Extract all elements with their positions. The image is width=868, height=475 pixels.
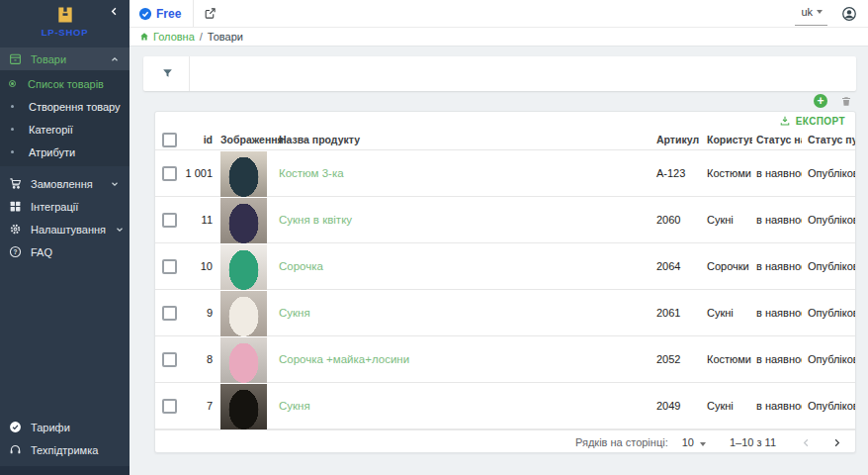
delete-button[interactable] (840, 95, 852, 108)
bullet-icon (11, 105, 14, 108)
rows-per-page-label: Рядків на сторінці: (575, 436, 668, 448)
add-product-button[interactable]: + (814, 94, 827, 108)
sidebar-item-tariffs[interactable]: Тарифи (0, 416, 130, 438)
product-thumbnail (220, 384, 267, 429)
open-in-new-button[interactable] (204, 7, 217, 20)
plan-badge[interactable]: Free (138, 7, 181, 21)
sidebar-item-settings[interactable]: Налаштування (0, 218, 130, 240)
product-name-link[interactable]: Сукня в квітку (279, 214, 352, 226)
cell-sku: 2061 (649, 307, 701, 319)
verified-check-icon (138, 7, 152, 21)
cell-stock-status: в наявності (752, 400, 802, 412)
filter-funnel-icon (161, 67, 174, 80)
filter-button[interactable] (161, 67, 174, 80)
sidebar-item-products[interactable]: Товари (0, 48, 130, 70)
chevron-down-icon (110, 179, 120, 189)
cell-category: Костюми (701, 167, 752, 179)
sidebar-item-faq[interactable]: ? FAQ (0, 240, 130, 263)
cell-sku: 2052 (649, 353, 701, 365)
cell-stock-status: в наявності (752, 260, 802, 272)
product-name-link[interactable]: Сукня (279, 307, 310, 319)
column-header-name: Назва продукту (273, 134, 649, 145)
products-submenu: Список товарів Створення товару Категорі… (0, 70, 130, 166)
trash-icon (840, 95, 852, 108)
sidebar-subitem-label: Атрибути (29, 146, 75, 158)
sidebar-collapse-button[interactable] (109, 6, 120, 17)
cell-stock-status: в наявності (752, 214, 802, 226)
cell-id: 1 001 (179, 167, 213, 179)
table-row: 11 Сукня в квітку 2060 Сукні в наявності… (155, 197, 855, 243)
cell-id: 10 (179, 260, 213, 272)
row-checkbox[interactable] (162, 399, 177, 414)
cell-category: Сорочки (701, 260, 752, 272)
chevron-down-icon (115, 225, 125, 235)
cell-sku: 2049 (649, 400, 701, 412)
plan-label: Free (156, 7, 181, 21)
breadcrumb-home-label: Головна (153, 31, 195, 43)
sidebar-item-orders[interactable]: Замовлення (0, 172, 130, 195)
sidebar-item-product-list[interactable]: Список товарів (0, 72, 130, 95)
product-name-link[interactable]: Сорочка (279, 260, 323, 272)
cell-publish-status: Опубліковано (802, 307, 855, 319)
verified-badge-icon (8, 421, 22, 433)
cell-category: Костюми (701, 353, 752, 365)
cell-category: Сукні (701, 307, 752, 319)
pagination-range: 1–10 з 11 (730, 436, 776, 448)
breadcrumb-home-link[interactable]: Головна (139, 31, 195, 43)
shopping-bag-logo-icon (55, 5, 75, 25)
main-area: Free uk Головна / Товари (130, 0, 868, 475)
home-icon (139, 32, 149, 42)
previous-page-button[interactable] (800, 436, 813, 449)
export-button[interactable]: ЕКСПОРТ (779, 115, 845, 127)
column-header-id: id (179, 134, 213, 145)
row-checkbox[interactable] (162, 259, 177, 274)
breadcrumb-separator: / (200, 31, 203, 43)
product-thumbnail (220, 337, 267, 383)
product-name-link[interactable]: Сорочка +майка+лосини (279, 353, 409, 365)
rows-per-page-select[interactable]: 10 (682, 436, 706, 448)
next-page-button[interactable] (830, 436, 843, 449)
cell-publish-status: Опубліковано (802, 214, 855, 226)
cell-stock-status: в наявності (752, 353, 802, 365)
select-all-checkbox[interactable] (162, 133, 177, 147)
sidebar-footer (0, 466, 130, 475)
row-checkbox[interactable] (162, 352, 177, 367)
product-name-link[interactable]: Сукня (279, 400, 310, 412)
row-checkbox[interactable] (162, 213, 177, 228)
apps-grid-icon (8, 200, 22, 213)
row-checkbox[interactable] (162, 166, 177, 181)
table-body: 1 001 Костюм 3-ка А-123 Костюми в наявно… (155, 150, 855, 429)
cell-publish-status: Опубліковано (802, 353, 855, 365)
cell-stock-status: в наявності (752, 167, 802, 179)
cell-id: 11 (179, 214, 213, 226)
headset-icon (8, 443, 22, 456)
row-checkbox[interactable] (162, 306, 177, 321)
sidebar-item-attributes[interactable]: Атрибути (0, 141, 130, 163)
sidebar-subitem-label: Створення товару (29, 101, 121, 113)
filter-divider (189, 56, 190, 91)
sidebar: LP-SHOP Товари Список товарів Створення … (0, 0, 130, 475)
bullet-icon (11, 128, 14, 131)
product-name-link[interactable]: Костюм 3-ка (279, 167, 344, 179)
column-header-image: Зображення (213, 130, 273, 149)
caret-down-icon (700, 442, 706, 446)
sidebar-item-categories[interactable]: Категорії (0, 118, 130, 141)
language-select[interactable]: uk (795, 3, 827, 26)
cart-icon (8, 177, 22, 190)
sidebar-item-product-create[interactable]: Створення товару (0, 95, 130, 118)
cell-sku: А-123 (649, 167, 701, 179)
table-header-row: id Зображення Назва продукту Артикул Кор… (155, 130, 855, 150)
account-avatar-button[interactable] (841, 6, 857, 22)
pagination: Рядків на сторінці: 10 1–10 з 11 (155, 429, 855, 453)
sidebar-item-label: Налаштування (31, 224, 106, 236)
topbar-divider (193, 0, 194, 27)
chevron-right-icon (830, 436, 843, 449)
sidebar-item-integrations[interactable]: Інтеграції (0, 195, 130, 218)
sidebar-item-support[interactable]: Техпідтримка (0, 438, 130, 461)
open-in-new-icon (204, 7, 217, 20)
chevron-left-icon (800, 436, 813, 449)
breadcrumb-current: Товари (208, 31, 243, 43)
cell-id: 7 (179, 400, 213, 412)
export-row: ЕКСПОРТ (155, 112, 855, 130)
svg-text:?: ? (13, 248, 17, 255)
